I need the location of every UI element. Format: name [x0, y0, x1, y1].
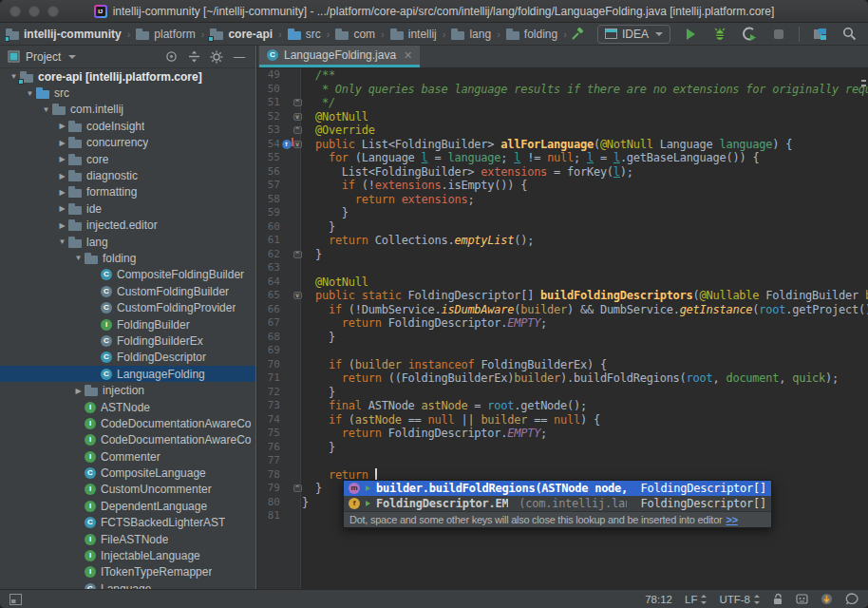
tree-row-compositelanguage[interactable]: CCompositeLanguage — [0, 465, 255, 481]
tree-row-foldingdescriptor[interactable]: CFoldingDescriptor — [0, 350, 255, 366]
tree-row-fctsbackedlighterast[interactable]: CFCTSBackedLighterAST — [0, 515, 255, 531]
tree-row-com.intellij[interactable]: ▼com.intellij — [0, 102, 255, 118]
tree-expand-arrow[interactable]: ▶ — [56, 172, 68, 180]
tree-row-languagefolding[interactable]: CLanguageFolding — [0, 366, 255, 382]
tree-row-customuncommenter[interactable]: ICustomUncommenter — [0, 482, 255, 498]
tree-row-customfoldingprovider[interactable]: CCustomFoldingProvider — [0, 299, 255, 315]
tree-expand-arrow[interactable]: ▼ — [40, 105, 52, 114]
close-window-button[interactable] — [9, 6, 21, 17]
breadcrumb-item-platform[interactable]: platform — [136, 28, 195, 41]
tree-row-fileastnode[interactable]: IFileASTNode — [0, 531, 255, 547]
tree-row-ide[interactable]: ▶ide — [0, 200, 255, 217]
tree-row-commenter[interactable]: ICommenter — [0, 448, 255, 465]
tree-row-astnode[interactable]: IASTNode — [0, 399, 255, 415]
completion-item[interactable]: fFoldingDescriptor.EMPTY (com.intellij.l… — [344, 496, 771, 511]
update-available-icon[interactable] — [821, 593, 833, 605]
tree-expand-arrow[interactable]: ▼ — [72, 254, 85, 262]
tree-expand-arrow[interactable]: ▼ — [56, 238, 68, 246]
close-tab-icon[interactable]: ✕ — [404, 49, 412, 62]
tree-row-concurrency[interactable]: ▶concurrency — [0, 135, 255, 151]
fold-marker[interactable]: ^ — [293, 126, 302, 134]
tree-expand-arrow[interactable]: ▼ — [24, 89, 36, 98]
tree-row-codedocumentationawareco[interactable]: ICodeDocumentationAwareCo — [0, 415, 255, 431]
module-folder-icon — [210, 28, 223, 40]
tree-row-compositefoldingbuilder[interactable]: CCompositeFoldingBuilder — [0, 267, 255, 283]
updown-icon — [700, 595, 707, 604]
completion-item[interactable]: mbuilder.buildFoldRegions(ASTNode node, … — [344, 481, 771, 496]
encoding-select[interactable]: UTF-8 — [719, 594, 760, 605]
tree-expand-arrow[interactable]: ▶ — [56, 122, 68, 130]
line-number: 70 — [257, 358, 280, 372]
breadcrumb-item-lang[interactable]: lang — [451, 28, 491, 41]
line-number: 58 — [257, 193, 280, 207]
tree-expand-arrow[interactable]: ▶ — [56, 188, 68, 197]
line-number: 80 — [257, 496, 280, 510]
search-everywhere-button[interactable] — [840, 25, 859, 44]
tree-row-folding[interactable]: ▼folding — [0, 250, 255, 266]
fold-marker[interactable]: ^ — [293, 99, 302, 106]
settings-gear-icon[interactable] — [208, 48, 225, 66]
fold-marker[interactable]: ^ — [293, 251, 302, 258]
tree-expand-arrow[interactable]: ▶ — [56, 221, 68, 230]
breadcrumb-item-intellij[interactable]: intellij — [390, 28, 437, 41]
inspections-hector-icon[interactable] — [796, 593, 808, 605]
chevron-down-icon[interactable] — [68, 55, 76, 59]
tree-expand-arrow[interactable]: ▶ — [56, 139, 68, 147]
tree-row-label: formatting — [86, 185, 137, 199]
code-line-56: 56 List<FoldingBuilder> extensions = for… — [257, 165, 859, 180]
breadcrumb-item-core-api[interactable]: core-api — [210, 28, 273, 41]
tree-row-core-api[interactable]: ▼core-api [intellij.platform.core] — [0, 68, 255, 85]
tree-row-codeinsight[interactable]: ▶codeInsight — [0, 118, 255, 134]
tree-expand-arrow[interactable]: ▶ — [56, 155, 68, 163]
breadcrumb-item-com[interactable]: com — [335, 28, 375, 41]
tree-row-itokentyperemapper[interactable]: IITokenTypeRemapper — [0, 564, 255, 580]
tree-row-formatting[interactable]: ▶formatting — [0, 184, 255, 200]
locate-file-button[interactable] — [162, 48, 179, 66]
run-with-coverage-button[interactable] — [740, 25, 759, 44]
tree-row-core[interactable]: ▶core — [0, 151, 255, 167]
readonly-lock-icon[interactable] — [772, 593, 783, 605]
breadcrumb-item-folding[interactable]: folding — [506, 28, 557, 41]
build-hammer-button[interactable] — [568, 25, 587, 44]
debug-button[interactable] — [710, 25, 729, 44]
zoom-window-button[interactable] — [47, 6, 59, 17]
run-button[interactable] — [681, 25, 700, 44]
tree-row-diagnostic[interactable]: ▶diagnostic — [0, 167, 255, 183]
stop-button[interactable] — [769, 25, 788, 44]
event-log-icon[interactable] — [845, 593, 859, 605]
tree-expand-arrow[interactable]: ▶ — [72, 387, 85, 395]
tree-row-codedocumentationawareco[interactable]: ICodeDocumentationAwareCo — [0, 432, 255, 448]
tree-row-lang[interactable]: ▼lang — [0, 234, 255, 250]
fold-marker[interactable]: v — [293, 113, 302, 121]
fold-marker[interactable]: v — [293, 292, 302, 299]
tree-expand-arrow[interactable]: ▶ — [56, 204, 68, 213]
tree-row-customfoldingbuilder[interactable]: CCustomFoldingBuilder — [0, 283, 255, 299]
run-configuration-select[interactable]: IDEA — [597, 25, 670, 44]
tree-row-injected.editor[interactable]: ▶injected.editor — [0, 218, 255, 234]
tree-row-language[interactable]: CLanguage — [0, 580, 255, 589]
breadcrumb-item-src[interactable]: src — [288, 28, 321, 41]
hide-panel-button[interactable]: — — [231, 48, 248, 66]
tree-row-foldingbuilderex[interactable]: CFoldingBuilderEx — [0, 332, 255, 349]
collapse-all-button[interactable] — [185, 48, 202, 66]
breadcrumb-item-intellij-community[interactable]: intellij-community — [6, 28, 122, 41]
toolwindow-switcher-button[interactable] — [9, 594, 22, 605]
tab-languagefolding-java[interactable]: C LanguageFolding.java ✕ — [259, 46, 420, 67]
line-number: 74 — [257, 413, 280, 428]
minimize-window-button[interactable] — [28, 6, 40, 17]
project-structure-button[interactable] — [810, 25, 829, 44]
editor-body[interactable]: 49 /**50 * Only queries base language re… — [257, 68, 868, 589]
tree-row-injectablelanguage[interactable]: IInjectableLanguage — [0, 547, 255, 563]
tree-row-src[interactable]: ▼src — [0, 85, 255, 101]
tree-row-dependentlanguage[interactable]: IDependentLanguage — [0, 498, 255, 514]
tree-row-foldingbuilder[interactable]: IFoldingBuilder — [0, 316, 255, 332]
fold-marker[interactable]: v — [293, 141, 302, 148]
caret-position[interactable]: 78:12 — [645, 594, 672, 605]
line-ending-select[interactable]: LF — [685, 594, 707, 605]
fold-marker[interactable]: ^ — [293, 484, 302, 492]
tree-row-injection[interactable]: ▶injection — [0, 382, 255, 398]
project-panel-title[interactable]: Project — [26, 50, 61, 64]
hint-more-link[interactable]: >> — [726, 514, 737, 525]
overriding-method-icon[interactable]: ↑ — [282, 140, 292, 149]
error-stripe[interactable] — [859, 68, 868, 589]
